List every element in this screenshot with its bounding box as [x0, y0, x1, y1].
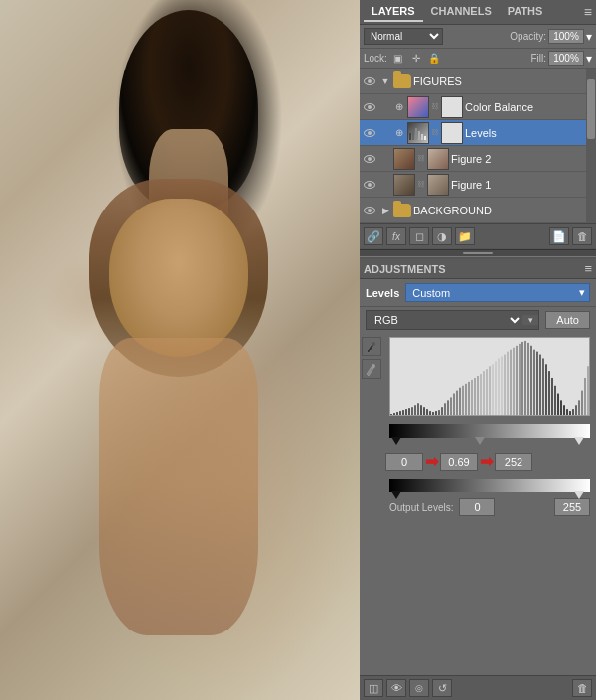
group-button[interactable]: 📁: [455, 227, 475, 245]
layers-scrollbar[interactable]: [586, 69, 596, 223]
input-gradient-bar: [389, 424, 590, 438]
tab-paths[interactable]: PATHS: [500, 2, 551, 22]
opacity-arrow[interactable]: ▾: [586, 30, 592, 44]
layers-blend-row: Normal Opacity: ▾: [360, 25, 596, 49]
chain-icon-fig2: ⛓: [417, 154, 425, 163]
chain-icon-levels: ⛓: [431, 128, 439, 137]
adj-preset-row: Levels Custom ▾: [360, 279, 596, 307]
svg-rect-57: [536, 352, 538, 415]
panel-divider[interactable]: [360, 249, 596, 257]
tab-channels[interactable]: CHANNELS: [423, 2, 500, 22]
fill-arrow[interactable]: ▾: [586, 52, 592, 66]
channel-select[interactable]: RGB Red Green Blue: [367, 311, 522, 329]
eye-icon-background[interactable]: [362, 203, 377, 218]
auto-button[interactable]: Auto: [545, 311, 590, 329]
fx-button[interactable]: fx: [386, 227, 406, 245]
adjustment-button[interactable]: ◑: [432, 227, 452, 245]
svg-rect-19: [423, 407, 425, 415]
layer-name-color-balance: Color Balance: [465, 101, 594, 113]
svg-rect-67: [566, 409, 568, 415]
eye-icon-figures[interactable]: [362, 73, 377, 89]
output-white-slider[interactable]: [574, 491, 584, 499]
black-point-eyedropper[interactable]: [362, 337, 381, 356]
lock-pixels-icon[interactable]: ▣: [391, 52, 405, 66]
lock-all-icon[interactable]: 🔒: [427, 52, 441, 66]
output-black-input[interactable]: [459, 498, 495, 516]
svg-rect-3: [418, 131, 420, 140]
svg-rect-34: [468, 382, 470, 415]
adjustments-panel: ADJUSTMENTS ≡ Levels Custom ▾ RGB Red Gr…: [360, 257, 596, 700]
mask-thumb-figure2: [427, 148, 449, 170]
channel-arrow-icon[interactable]: ▾: [522, 315, 538, 325]
eye-icon-figure1[interactable]: [362, 177, 377, 193]
folder-icon-background: [393, 204, 411, 217]
svg-rect-29: [453, 394, 455, 415]
levels-main-area: ➡ ➡ Output Levels:: [360, 333, 596, 675]
svg-rect-27: [447, 400, 449, 415]
layer-row-figure2[interactable]: ⛓ Figure 2: [360, 146, 596, 172]
layer-row-figure1[interactable]: ⛓ Figure 1: [360, 172, 596, 198]
midtone-slider[interactable]: [475, 437, 485, 445]
tab-layers[interactable]: LAYERS: [364, 2, 423, 22]
mask-button[interactable]: ◻: [409, 227, 429, 245]
blend-mode-select[interactable]: Normal: [364, 28, 443, 45]
black-point-slider[interactable]: [391, 437, 401, 445]
svg-rect-42: [492, 364, 494, 415]
svg-rect-31: [459, 388, 461, 415]
adj-visibility-button[interactable]: 👁: [386, 679, 406, 697]
chain-icon-cb: ⛓: [431, 102, 439, 111]
black-point-input[interactable]: [385, 453, 423, 471]
svg-rect-26: [444, 403, 446, 415]
thumb-color-balance: [407, 96, 429, 118]
adj-reset-button[interactable]: ↺: [432, 679, 452, 697]
output-levels-label: Output Levels:: [389, 502, 453, 513]
svg-rect-68: [569, 411, 571, 415]
layers-panel: LAYERS CHANNELS PATHS ≡ Normal Opacity: …: [360, 0, 596, 249]
adj-preset-dropdown-icon[interactable]: ▾: [575, 284, 589, 301]
svg-point-7: [372, 364, 375, 368]
svg-rect-56: [533, 350, 535, 415]
layer-group-figures[interactable]: ▼ FIGURES: [360, 69, 596, 94]
mask-thumb-figure1: [427, 174, 449, 196]
eye-icon-color-balance[interactable]: [362, 99, 377, 115]
svg-rect-18: [420, 405, 422, 415]
svg-rect-65: [560, 400, 562, 415]
mask-thumb-color-balance: [441, 96, 463, 118]
lock-move-icon[interactable]: ✛: [409, 52, 423, 66]
svg-rect-60: [545, 364, 547, 415]
svg-rect-53: [524, 341, 526, 415]
new-layer-button[interactable]: 📄: [549, 227, 569, 245]
svg-rect-14: [408, 408, 410, 415]
expand-background-icon[interactable]: ▶: [379, 205, 391, 216]
link-button[interactable]: 🔗: [364, 227, 383, 245]
output-gradient-bar: [389, 479, 590, 492]
adj-delete-button[interactable]: 🗑: [572, 679, 592, 697]
mask-thumb-levels: [441, 122, 463, 144]
delete-layer-button[interactable]: 🗑: [572, 227, 592, 245]
fill-input[interactable]: [548, 51, 584, 66]
adjustments-menu-icon[interactable]: ≡: [584, 261, 592, 276]
layer-row-color-balance[interactable]: ⊕ ⛓ Color Balance: [360, 94, 596, 120]
svg-rect-9: [393, 413, 395, 415]
layer-row-levels[interactable]: ⊕ ⛓ Levels: [360, 120, 596, 146]
output-black-slider[interactable]: [391, 491, 401, 499]
adj-preset-value: Custom: [406, 285, 575, 301]
layer-group-background[interactable]: ▶ BACKGROUND: [360, 198, 596, 223]
output-white-input[interactable]: [554, 498, 590, 516]
white-point-input[interactable]: [495, 453, 532, 471]
layers-panel-menu-icon[interactable]: ≡: [584, 4, 592, 20]
opacity-input[interactable]: [548, 29, 584, 44]
layers-bottom-toolbar: 🔗 fx ◻ ◑ 📁 📄 🗑: [360, 223, 596, 248]
gray-point-eyedropper[interactable]: [362, 359, 381, 379]
svg-rect-41: [489, 366, 491, 415]
adj-eye-button[interactable]: ◎: [409, 679, 429, 697]
clip-to-layer-button[interactable]: ◫: [364, 679, 383, 697]
svg-rect-38: [480, 374, 482, 415]
eye-icon-figure2[interactable]: [362, 151, 377, 167]
white-point-slider[interactable]: [574, 437, 584, 445]
midtone-input[interactable]: [440, 453, 478, 471]
svg-rect-44: [498, 358, 500, 415]
layers-scrollbar-thumb[interactable]: [587, 79, 595, 139]
expand-figures-icon[interactable]: ▼: [379, 75, 391, 87]
eye-icon-levels[interactable]: [362, 125, 377, 141]
